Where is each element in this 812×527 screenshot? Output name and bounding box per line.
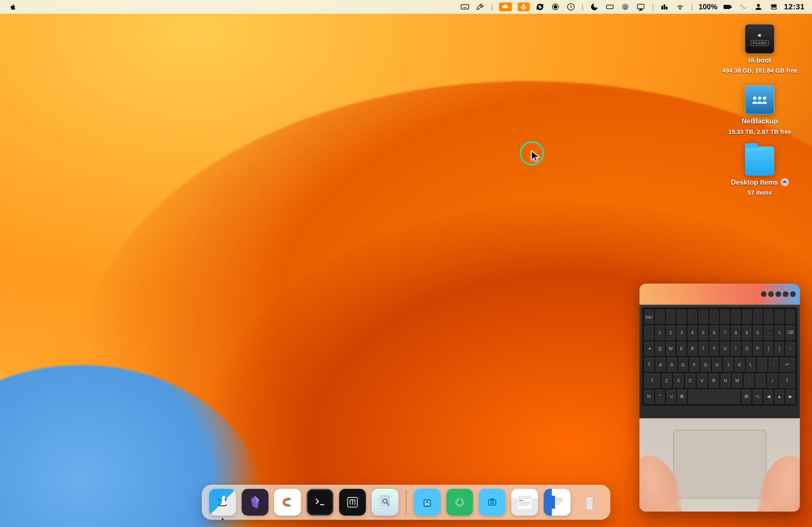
desktop-folder-items[interactable]: Desktop Items 57 items bbox=[731, 146, 788, 196]
svg-rect-18 bbox=[731, 6, 732, 7]
svg-rect-30 bbox=[381, 496, 389, 506]
dock-minimized-window-1[interactable] bbox=[511, 489, 538, 516]
svg-point-10 bbox=[622, 4, 629, 11]
desktop-drive-netbackup[interactable]: NetBackup 15.33 TB, 2.87 TB free bbox=[728, 85, 791, 135]
svg-rect-47 bbox=[556, 499, 562, 501]
user-icon[interactable] bbox=[753, 2, 764, 12]
face-icon[interactable] bbox=[620, 2, 631, 12]
svg-rect-21 bbox=[771, 7, 776, 9]
dock-obsidian[interactable] bbox=[242, 489, 268, 516]
wifi-icon[interactable] bbox=[675, 2, 685, 12]
menu-clock[interactable]: 12:31 bbox=[784, 2, 805, 11]
drive-name: NetBackup bbox=[742, 117, 778, 125]
do-not-disturb-icon[interactable] bbox=[589, 2, 600, 12]
cloud-status-icon[interactable] bbox=[499, 2, 512, 11]
svg-rect-15 bbox=[664, 5, 665, 9]
dock-separator bbox=[406, 490, 406, 514]
svg-point-36 bbox=[490, 501, 493, 504]
menu-bar: | | | | 100% 12:31 bbox=[0, 0, 812, 14]
svg-point-11 bbox=[624, 6, 625, 6]
svg-rect-41 bbox=[519, 502, 530, 503]
drive-sub: 494.38 GB, 101.84 GB free bbox=[722, 67, 797, 74]
svg-rect-39 bbox=[518, 496, 531, 499]
svg-rect-16 bbox=[666, 7, 667, 9]
svg-rect-45 bbox=[551, 496, 555, 509]
dock-screenshots-folder[interactable] bbox=[479, 489, 505, 516]
svg-point-26 bbox=[225, 499, 227, 501]
internal-drive-icon: FLASH bbox=[745, 24, 774, 54]
svg-rect-48 bbox=[556, 501, 562, 503]
display-icon[interactable] bbox=[605, 2, 615, 12]
drive-sub: 15.33 TB, 2.87 TB free bbox=[728, 128, 791, 135]
dock-terminal[interactable] bbox=[307, 489, 333, 516]
svg-rect-0 bbox=[461, 5, 469, 9]
folder-icon bbox=[745, 146, 774, 176]
apple-menu-icon[interactable] bbox=[9, 3, 17, 11]
time-machine-icon[interactable] bbox=[566, 2, 576, 12]
svg-rect-46 bbox=[556, 497, 562, 499]
keyboard-icon[interactable] bbox=[460, 2, 470, 12]
svg-rect-13 bbox=[637, 4, 644, 9]
control-center-icon[interactable] bbox=[769, 2, 779, 12]
hammer-icon[interactable] bbox=[475, 2, 486, 12]
trackpad-visual bbox=[673, 430, 767, 499]
svg-rect-49 bbox=[556, 503, 560, 505]
svg-point-25 bbox=[218, 499, 220, 501]
camera-pip-window[interactable]: esc `1234567890-=⌫ ⇥QWERTYUIOP[]\ ⇪ASDFG… bbox=[639, 284, 800, 512]
svg-point-50 bbox=[586, 497, 593, 499]
desktop-icons: FLASH lil-boot 494.38 GB, 101.84 GB free… bbox=[722, 24, 797, 196]
svg-rect-9 bbox=[607, 5, 613, 9]
dock-trash[interactable] bbox=[576, 489, 603, 516]
screen-mirror-icon[interactable] bbox=[635, 2, 646, 12]
stats-icon[interactable] bbox=[659, 2, 670, 12]
folder-sub: 57 items bbox=[747, 189, 772, 196]
mouse-cursor-icon bbox=[529, 150, 542, 164]
network-drive-icon bbox=[745, 85, 774, 114]
microphone-active-icon[interactable] bbox=[518, 2, 530, 11]
cloud-sync-badge-icon bbox=[781, 178, 789, 186]
svg-point-19 bbox=[757, 4, 760, 7]
svg-point-12 bbox=[626, 6, 627, 6]
svg-rect-14 bbox=[662, 6, 663, 9]
dock-applications-folder[interactable] bbox=[414, 489, 441, 516]
dock-finder[interactable] bbox=[209, 489, 236, 516]
svg-rect-42 bbox=[519, 503, 530, 504]
dock-minimized-window-2[interactable] bbox=[544, 489, 570, 516]
battery-percent[interactable]: 100% bbox=[699, 3, 717, 11]
dock-preview[interactable] bbox=[371, 489, 398, 516]
keyboard-visual: esc `1234567890-=⌫ ⇥QWERTYUIOP[]\ ⇪ASDFG… bbox=[642, 307, 797, 406]
script-icon[interactable] bbox=[738, 2, 748, 12]
dock-downloads-folder[interactable] bbox=[446, 489, 473, 516]
desktop-drive-lil-boot[interactable]: FLASH lil-boot 494.38 GB, 101.84 GB free bbox=[722, 24, 797, 74]
svg-rect-43 bbox=[519, 505, 527, 506]
svg-point-6 bbox=[554, 5, 557, 8]
svg-rect-40 bbox=[519, 500, 523, 501]
little-snitch-icon[interactable] bbox=[550, 2, 561, 12]
svg-rect-37 bbox=[490, 499, 494, 500]
sync-icon[interactable] bbox=[535, 2, 545, 12]
svg-point-23 bbox=[758, 97, 761, 100]
dock-coteditor[interactable] bbox=[274, 489, 301, 516]
folder-name: Desktop Items bbox=[731, 178, 778, 187]
drive-name: lil-boot bbox=[748, 56, 771, 65]
battery-icon[interactable] bbox=[722, 2, 733, 12]
dock bbox=[202, 485, 610, 520]
pip-titlebar bbox=[639, 284, 800, 305]
dock-app-5[interactable] bbox=[339, 489, 366, 516]
svg-point-24 bbox=[763, 97, 766, 100]
svg-rect-20 bbox=[771, 5, 776, 7]
svg-point-22 bbox=[753, 97, 756, 100]
pip-content: esc `1234567890-=⌫ ⇥QWERTYUIOP[]\ ⇪ASDFG… bbox=[639, 305, 800, 512]
